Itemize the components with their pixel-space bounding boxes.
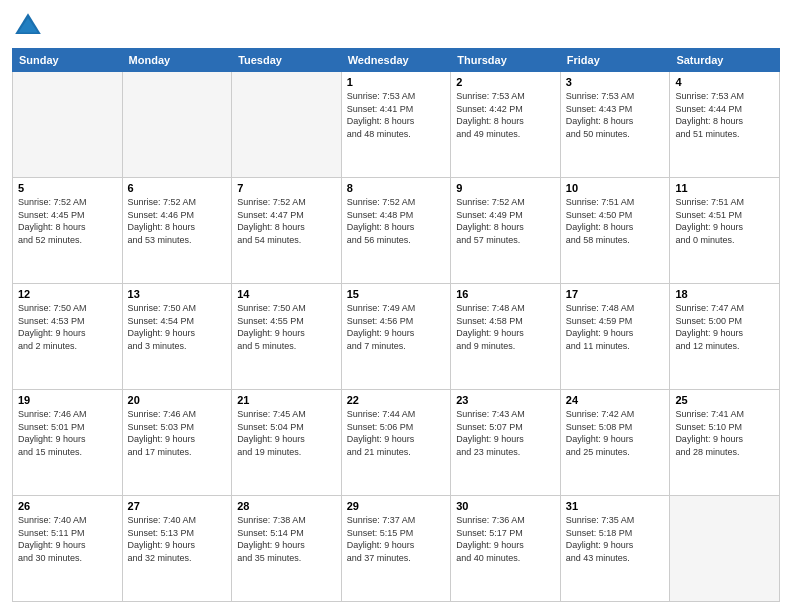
- day-number: 4: [675, 76, 774, 88]
- day-number: 17: [566, 288, 665, 300]
- day-number: 28: [237, 500, 336, 512]
- day-number: 5: [18, 182, 117, 194]
- day-number: 7: [237, 182, 336, 194]
- calendar-cell: 16Sunrise: 7:48 AMSunset: 4:58 PMDayligh…: [451, 284, 561, 390]
- calendar-cell: 7Sunrise: 7:52 AMSunset: 4:47 PMDaylight…: [232, 178, 342, 284]
- weekday-header-saturday: Saturday: [670, 49, 780, 72]
- weekday-header-monday: Monday: [122, 49, 232, 72]
- calendar-cell: [122, 72, 232, 178]
- day-info: Sunrise: 7:53 AMSunset: 4:41 PMDaylight:…: [347, 90, 446, 140]
- calendar-cell: 2Sunrise: 7:53 AMSunset: 4:42 PMDaylight…: [451, 72, 561, 178]
- header: [12, 10, 780, 42]
- day-number: 18: [675, 288, 774, 300]
- day-info: Sunrise: 7:37 AMSunset: 5:15 PMDaylight:…: [347, 514, 446, 564]
- calendar-cell: 12Sunrise: 7:50 AMSunset: 4:53 PMDayligh…: [13, 284, 123, 390]
- day-info: Sunrise: 7:51 AMSunset: 4:51 PMDaylight:…: [675, 196, 774, 246]
- day-number: 29: [347, 500, 446, 512]
- day-info: Sunrise: 7:50 AMSunset: 4:53 PMDaylight:…: [18, 302, 117, 352]
- day-info: Sunrise: 7:44 AMSunset: 5:06 PMDaylight:…: [347, 408, 446, 458]
- day-number: 22: [347, 394, 446, 406]
- day-info: Sunrise: 7:49 AMSunset: 4:56 PMDaylight:…: [347, 302, 446, 352]
- week-row-2: 5Sunrise: 7:52 AMSunset: 4:45 PMDaylight…: [13, 178, 780, 284]
- day-info: Sunrise: 7:50 AMSunset: 4:54 PMDaylight:…: [128, 302, 227, 352]
- day-number: 9: [456, 182, 555, 194]
- calendar-cell: 11Sunrise: 7:51 AMSunset: 4:51 PMDayligh…: [670, 178, 780, 284]
- calendar-cell: 4Sunrise: 7:53 AMSunset: 4:44 PMDaylight…: [670, 72, 780, 178]
- day-info: Sunrise: 7:48 AMSunset: 4:59 PMDaylight:…: [566, 302, 665, 352]
- calendar-cell: 6Sunrise: 7:52 AMSunset: 4:46 PMDaylight…: [122, 178, 232, 284]
- day-number: 26: [18, 500, 117, 512]
- week-row-4: 19Sunrise: 7:46 AMSunset: 5:01 PMDayligh…: [13, 390, 780, 496]
- day-number: 16: [456, 288, 555, 300]
- week-row-3: 12Sunrise: 7:50 AMSunset: 4:53 PMDayligh…: [13, 284, 780, 390]
- day-number: 11: [675, 182, 774, 194]
- day-number: 20: [128, 394, 227, 406]
- day-info: Sunrise: 7:52 AMSunset: 4:48 PMDaylight:…: [347, 196, 446, 246]
- day-info: Sunrise: 7:46 AMSunset: 5:03 PMDaylight:…: [128, 408, 227, 458]
- day-info: Sunrise: 7:45 AMSunset: 5:04 PMDaylight:…: [237, 408, 336, 458]
- week-row-5: 26Sunrise: 7:40 AMSunset: 5:11 PMDayligh…: [13, 496, 780, 602]
- weekday-header-thursday: Thursday: [451, 49, 561, 72]
- calendar-cell: 29Sunrise: 7:37 AMSunset: 5:15 PMDayligh…: [341, 496, 451, 602]
- day-number: 25: [675, 394, 774, 406]
- day-number: 14: [237, 288, 336, 300]
- weekday-header-wednesday: Wednesday: [341, 49, 451, 72]
- day-info: Sunrise: 7:52 AMSunset: 4:46 PMDaylight:…: [128, 196, 227, 246]
- day-number: 3: [566, 76, 665, 88]
- calendar-cell: [670, 496, 780, 602]
- calendar-cell: 31Sunrise: 7:35 AMSunset: 5:18 PMDayligh…: [560, 496, 670, 602]
- calendar-cell: 8Sunrise: 7:52 AMSunset: 4:48 PMDaylight…: [341, 178, 451, 284]
- day-info: Sunrise: 7:53 AMSunset: 4:44 PMDaylight:…: [675, 90, 774, 140]
- day-number: 12: [18, 288, 117, 300]
- calendar-cell: 30Sunrise: 7:36 AMSunset: 5:17 PMDayligh…: [451, 496, 561, 602]
- day-info: Sunrise: 7:43 AMSunset: 5:07 PMDaylight:…: [456, 408, 555, 458]
- calendar-cell: 27Sunrise: 7:40 AMSunset: 5:13 PMDayligh…: [122, 496, 232, 602]
- day-info: Sunrise: 7:50 AMSunset: 4:55 PMDaylight:…: [237, 302, 336, 352]
- calendar-table: SundayMondayTuesdayWednesdayThursdayFrid…: [12, 48, 780, 602]
- day-info: Sunrise: 7:48 AMSunset: 4:58 PMDaylight:…: [456, 302, 555, 352]
- day-number: 23: [456, 394, 555, 406]
- day-number: 15: [347, 288, 446, 300]
- calendar-cell: 9Sunrise: 7:52 AMSunset: 4:49 PMDaylight…: [451, 178, 561, 284]
- day-number: 19: [18, 394, 117, 406]
- day-number: 27: [128, 500, 227, 512]
- day-info: Sunrise: 7:40 AMSunset: 5:11 PMDaylight:…: [18, 514, 117, 564]
- day-number: 8: [347, 182, 446, 194]
- calendar-cell: 22Sunrise: 7:44 AMSunset: 5:06 PMDayligh…: [341, 390, 451, 496]
- day-info: Sunrise: 7:51 AMSunset: 4:50 PMDaylight:…: [566, 196, 665, 246]
- day-info: Sunrise: 7:35 AMSunset: 5:18 PMDaylight:…: [566, 514, 665, 564]
- day-number: 13: [128, 288, 227, 300]
- calendar-cell: 28Sunrise: 7:38 AMSunset: 5:14 PMDayligh…: [232, 496, 342, 602]
- day-info: Sunrise: 7:38 AMSunset: 5:14 PMDaylight:…: [237, 514, 336, 564]
- calendar-cell: [232, 72, 342, 178]
- calendar-cell: 23Sunrise: 7:43 AMSunset: 5:07 PMDayligh…: [451, 390, 561, 496]
- day-info: Sunrise: 7:52 AMSunset: 4:47 PMDaylight:…: [237, 196, 336, 246]
- week-row-1: 1Sunrise: 7:53 AMSunset: 4:41 PMDaylight…: [13, 72, 780, 178]
- calendar-cell: 1Sunrise: 7:53 AMSunset: 4:41 PMDaylight…: [341, 72, 451, 178]
- calendar-cell: 5Sunrise: 7:52 AMSunset: 4:45 PMDaylight…: [13, 178, 123, 284]
- day-number: 31: [566, 500, 665, 512]
- day-info: Sunrise: 7:40 AMSunset: 5:13 PMDaylight:…: [128, 514, 227, 564]
- day-info: Sunrise: 7:41 AMSunset: 5:10 PMDaylight:…: [675, 408, 774, 458]
- logo-icon: [12, 10, 44, 42]
- day-info: Sunrise: 7:53 AMSunset: 4:42 PMDaylight:…: [456, 90, 555, 140]
- calendar-cell: 14Sunrise: 7:50 AMSunset: 4:55 PMDayligh…: [232, 284, 342, 390]
- day-number: 2: [456, 76, 555, 88]
- calendar-cell: [13, 72, 123, 178]
- day-number: 21: [237, 394, 336, 406]
- day-info: Sunrise: 7:52 AMSunset: 4:45 PMDaylight:…: [18, 196, 117, 246]
- day-info: Sunrise: 7:53 AMSunset: 4:43 PMDaylight:…: [566, 90, 665, 140]
- day-number: 30: [456, 500, 555, 512]
- calendar-cell: 25Sunrise: 7:41 AMSunset: 5:10 PMDayligh…: [670, 390, 780, 496]
- day-info: Sunrise: 7:46 AMSunset: 5:01 PMDaylight:…: [18, 408, 117, 458]
- day-info: Sunrise: 7:36 AMSunset: 5:17 PMDaylight:…: [456, 514, 555, 564]
- weekday-header-sunday: Sunday: [13, 49, 123, 72]
- weekday-header-friday: Friday: [560, 49, 670, 72]
- day-number: 6: [128, 182, 227, 194]
- calendar-cell: 13Sunrise: 7:50 AMSunset: 4:54 PMDayligh…: [122, 284, 232, 390]
- day-info: Sunrise: 7:52 AMSunset: 4:49 PMDaylight:…: [456, 196, 555, 246]
- weekday-header-tuesday: Tuesday: [232, 49, 342, 72]
- page: SundayMondayTuesdayWednesdayThursdayFrid…: [0, 0, 792, 612]
- calendar-cell: 19Sunrise: 7:46 AMSunset: 5:01 PMDayligh…: [13, 390, 123, 496]
- day-number: 1: [347, 76, 446, 88]
